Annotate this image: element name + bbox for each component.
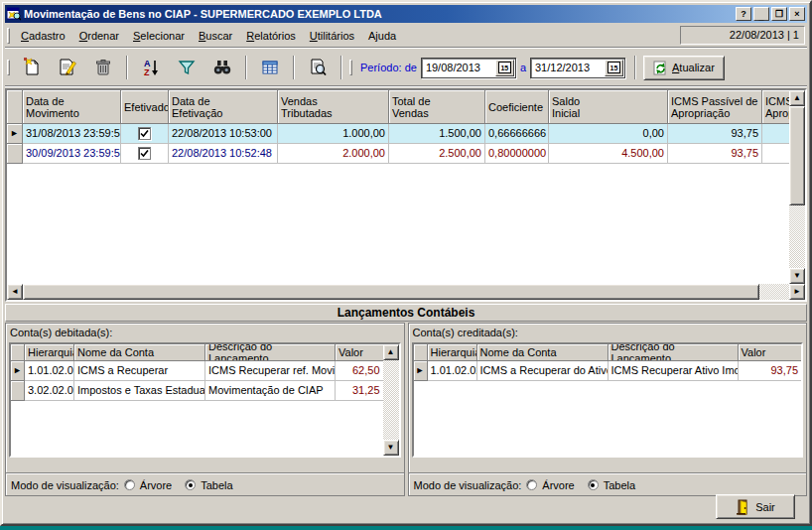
radio-tabela-label[interactable]: Tabela [604,479,635,491]
menu-grip[interactable] [7,28,10,44]
menu-selecionar[interactable]: Selecionar [126,27,192,45]
grid-view-button[interactable] [254,55,286,81]
col-data-efetivacao[interactable]: Data de Efetivação [169,90,278,124]
cell-descricao[interactable]: ICMS Recuperar Ativo Imob [609,361,739,381]
cell-descricao[interactable]: ICMS Recuperar ref. Movim [205,361,336,381]
cell-valor[interactable]: 31,25 [336,381,383,401]
cell-hierarquia[interactable]: 1.01.02.02 [428,361,477,381]
cell-total-vendas[interactable]: 2.500,00 [389,144,485,164]
toolbar-grip[interactable] [7,60,10,75]
col-hierarquia[interactable]: Hierarquia [25,344,74,361]
period-to-calendar-button[interactable]: 15 [605,60,623,76]
table-row[interactable]: 3.02.02.03 Impostos e Taxas Estaduais Mo… [11,381,383,401]
col-nome-conta[interactable]: Nome da Conta [477,344,609,361]
cell-valor[interactable]: 62,50 [336,361,383,381]
col-data-movimento[interactable]: Data de Movimento [23,90,121,124]
sort-button[interactable]: A Z [135,55,167,81]
period-from-field[interactable]: 19/08/2013 15 [421,58,516,78]
period-to-field[interactable]: 31/12/2013 15 [530,58,625,78]
cell-saldo-inicial[interactable]: 4.500,00 [549,144,668,164]
scroll-up-button[interactable]: ▲ [789,90,805,106]
menu-relatorios[interactable]: Relatórios [239,27,303,45]
atualizar-button[interactable]: Atualizar [643,56,725,80]
cell-nome-conta[interactable]: Impostos e Taxas Estaduais [74,381,205,401]
cell-icms-passivel[interactable]: 93,75 [668,144,762,164]
cell-data-movimento[interactable]: 31/08/2013 23:59:59 [23,124,121,144]
cell-icms-passivel[interactable]: 93,75 [668,124,762,144]
new-record-button[interactable] [16,55,48,81]
cell-hierarquia[interactable]: 3.02.02.03 [25,381,74,401]
delete-record-button[interactable] [87,55,119,81]
cell-data-movimento[interactable]: 30/09/2013 23:59:59 [23,144,121,164]
scroll-right-button[interactable]: ► [789,284,805,300]
cell-icms-apropriado[interactable] [762,124,789,144]
table-row-selected[interactable]: ► 1.01.02.02 ICMS a Recuperar do Ativo I… [414,361,802,381]
cell-vendas-tributadas[interactable]: 2.000,00 [278,144,389,164]
close-button[interactable]: × [789,7,805,21]
cell-coeficiente[interactable]: 0,66666666 [485,124,549,144]
cell-valor[interactable]: 93,75 [739,361,802,381]
scroll-left-button[interactable]: ◄ [7,284,23,300]
col-coeficiente[interactable]: Coeficiente [485,90,549,124]
help-button[interactable]: ? [736,7,751,21]
vertical-scrollbar[interactable]: ▲ ▼ [789,90,805,284]
table-row[interactable]: 30/09/2013 23:59:59 22/08/2013 10:52:48 … [7,144,789,164]
radio-tabela-selected[interactable] [185,479,196,490]
cell-saldo-inicial[interactable]: 0,00 [549,124,668,144]
vertical-scroll-thumb[interactable] [789,106,805,205]
menu-buscar[interactable]: Buscar [192,27,239,45]
horizontal-scroll-thumb[interactable] [23,284,759,300]
vertical-scrollbar[interactable]: ▲ ▼ [383,344,399,456]
table-row-selected[interactable]: ► 1.01.02.02 ICMS a Recuperar ICMS Recup… [11,361,383,381]
scroll-down-button[interactable]: ▼ [789,268,805,284]
cell-coeficiente[interactable]: 0,80000000 [485,144,549,164]
period-from-calendar-button[interactable]: 15 [495,60,514,76]
cell-icms-apropriado[interactable] [762,144,789,164]
menu-cadastro[interactable]: Cadastro [14,27,72,45]
radio-arvore-label[interactable]: Árvore [542,479,574,491]
col-icms-apropriado[interactable]: ICMS Apropriado [762,90,789,124]
radio-arvore[interactable] [526,479,537,490]
col-hierarquia[interactable]: Hierarquia [428,344,477,361]
cell-efetivado[interactable] [121,144,169,164]
period-grip[interactable] [349,60,352,75]
cell-hierarquia[interactable]: 1.01.02.02 [25,361,74,381]
cell-nome-conta[interactable]: ICMS a Recuperar [74,361,205,381]
radio-tabela-label[interactable]: Tabela [201,479,232,491]
menu-ajuda[interactable]: Ajuda [361,27,403,45]
menu-ordenar[interactable]: Ordenar [72,27,126,45]
radio-arvore-label[interactable]: Árvore [140,479,172,491]
edit-record-button[interactable] [52,55,83,81]
radio-tabela-selected[interactable] [588,479,599,490]
horizontal-scrollbar[interactable]: ◄ ► [7,284,805,300]
cell-data-efetivacao[interactable]: 22/08/2013 10:53:00 [169,124,278,144]
col-nome-conta[interactable]: Nome da Conta [74,344,205,361]
checkbox-checked-icon[interactable] [138,127,151,140]
col-saldo-inicial[interactable]: Saldo Inicial [549,90,668,124]
sair-button[interactable]: Sair [716,494,795,519]
col-icms-passivel[interactable]: ICMS Passível de Apropriação [668,90,762,124]
cell-vendas-tributadas[interactable]: 1.000,00 [278,124,389,144]
table-row-selected[interactable]: ► 31/08/2013 23:59:59 22/08/2013 10:53:0… [7,124,789,144]
scroll-up-button[interactable]: ▲ [383,344,399,360]
cell-efetivado[interactable] [121,124,169,144]
minimize-button[interactable]: _ [753,7,769,21]
find-button[interactable] [206,55,238,81]
cell-nome-conta[interactable]: ICMS a Recuperar do Ativo [477,361,609,381]
cell-total-vendas[interactable]: 1.500,00 [389,124,485,144]
scroll-down-button[interactable]: ▼ [383,440,399,456]
filter-button[interactable] [171,55,203,81]
period-from-value[interactable]: 19/08/2013 [422,62,495,73]
col-total-vendas[interactable]: Total de Vendas [389,90,485,124]
cell-descricao[interactable]: Movimentação de CIAP [205,381,336,401]
col-valor[interactable]: Valor [739,344,802,361]
checkbox-checked-icon[interactable] [138,147,151,160]
col-efetivado[interactable]: Efetivado [121,90,169,124]
col-valor[interactable]: Valor [336,344,383,361]
print-preview-button[interactable] [302,55,334,81]
radio-arvore[interactable] [124,479,135,490]
col-descricao[interactable]: Descrição do Lançamento [609,344,739,361]
maximize-button[interactable]: ❐ [771,7,787,21]
cell-data-efetivacao[interactable]: 22/08/2013 10:52:48 [169,144,278,164]
col-vendas-tributadas[interactable]: Vendas Tributadas [278,90,389,124]
